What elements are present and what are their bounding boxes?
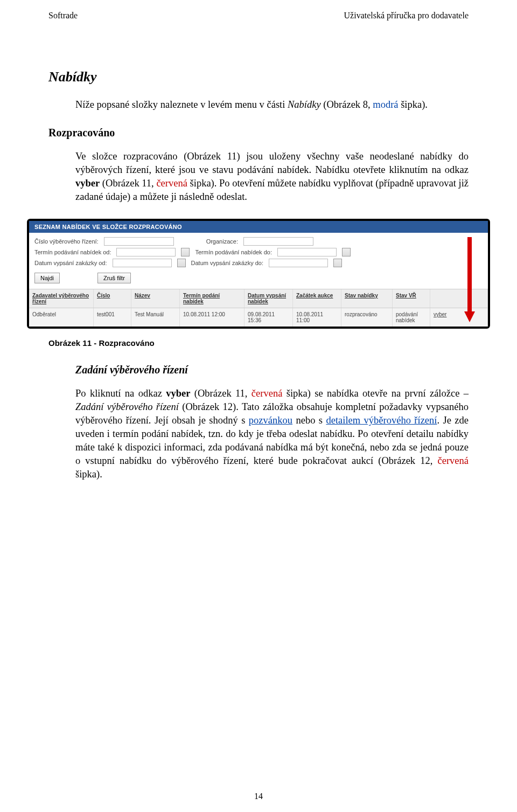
th-termin[interactable]: Termín podání nabídek <box>180 289 244 308</box>
z-link2[interactable]: detailem výběrového řízení <box>326 415 437 426</box>
input-datum-od[interactable] <box>113 259 172 267</box>
intro-paragraph: Níže popsané složky naleznete v levém me… <box>75 98 469 112</box>
cell-stav-vr: podávání nabídek <box>393 308 430 327</box>
screenshot-rozpracovano: SEZNAM NABÍDEK VE SLOŽCE ROZPRACOVÁNO Čí… <box>27 219 490 329</box>
subheading-rozpracovano: Rozpracováno <box>48 127 469 139</box>
cell-vyber-link[interactable]: vyber <box>430 308 488 327</box>
calendar-icon[interactable] <box>177 259 186 267</box>
page-number: 14 <box>0 792 517 801</box>
cell-stav-nabidky: rozpracováno <box>341 308 393 327</box>
screenshot-filters: Číslo výběrového řízení: Organizace: Ter… <box>29 233 488 289</box>
th-datum[interactable]: Datum vypsání nabídek <box>244 289 293 308</box>
intro-pre: Níže popsané složky naleznete v levém me… <box>75 99 288 110</box>
z-em1: Zadání výběrového řízení <box>75 401 179 412</box>
subheading-zadani: Zadání výběrového řízení <box>75 364 469 376</box>
label-datum-od: Datum vypsání zakázky od: <box>34 260 107 266</box>
cell-nazev: Test Manuál <box>131 308 180 327</box>
z-s2: (Obrázek 11, <box>190 388 251 399</box>
label-organizace: Organizace: <box>206 238 238 245</box>
rozpracovano-paragraph: Ve složce rozpracováno (Obrázek 11) jsou… <box>75 150 469 204</box>
input-organizace[interactable] <box>243 237 313 246</box>
z-link1[interactable]: pozvánkou <box>249 415 292 426</box>
screenshot-table-header: Zadavatel výběrového řízení Číslo Název … <box>29 289 488 308</box>
zrus-filtr-button[interactable]: Zruš filtr <box>97 273 131 283</box>
calendar-icon[interactable] <box>333 259 342 267</box>
rp-p1: Ve složce rozpracováno (Obrázek 11) jsou… <box>75 151 469 175</box>
z-s3: šipka) se nabídka otevře na první záložc… <box>282 388 469 399</box>
figure-caption: Obrázek 11 - Rozpracováno <box>48 338 469 348</box>
rp-p2: (Obrázek 11, <box>100 178 156 189</box>
intro-blue: modrá <box>373 99 398 110</box>
cell-termin: 10.08.2011 12:00 <box>180 308 244 327</box>
th-stav-vr[interactable]: Stav VŘ <box>393 289 430 308</box>
screenshot-titlebar: SEZNAM NABÍDEK VE SLOŽCE ROZPRACOVÁNO <box>29 221 488 233</box>
label-termin-od: Termín podávání nabídek od: <box>34 249 111 255</box>
cell-datum: 09.08.2011 15:36 <box>244 308 293 327</box>
rp-red: červená <box>156 178 187 189</box>
header-left: Softrade <box>48 11 78 20</box>
z-b1: vyber <box>166 388 190 399</box>
red-arrow-icon <box>462 237 477 323</box>
section-title-nabidky: Nabídky <box>48 69 469 85</box>
intro-mid: (Obrázek 8, <box>321 99 373 110</box>
calendar-icon[interactable] <box>181 248 190 256</box>
cell-cislo: test001 <box>94 308 131 327</box>
th-zacatek[interactable]: Začátek aukce <box>293 289 341 308</box>
z-s1: Po kliknutí na odkaz <box>75 388 166 399</box>
z-s7: šipka). <box>75 469 102 480</box>
najdi-button[interactable]: Najdi <box>34 273 60 283</box>
cell-zacatek: 10.08.2011 11:00 <box>293 308 341 327</box>
cell-zadavatel: Odběratel <box>29 308 94 327</box>
intro-post: šipka). <box>399 99 428 110</box>
th-stav-nabidky[interactable]: Stav nabídky <box>341 289 393 308</box>
calendar-icon[interactable] <box>342 248 351 256</box>
input-termin-do[interactable] <box>277 248 337 256</box>
input-cislo[interactable] <box>104 237 174 246</box>
page-header: Softrade Uživatelská příručka pro dodava… <box>48 11 469 20</box>
input-termin-od[interactable] <box>116 248 176 256</box>
label-termin-do: Termín podávání nabídek do: <box>195 249 271 255</box>
intro-em: Nabídky <box>288 99 321 110</box>
zadani-paragraph: Po kliknutí na odkaz vyber (Obrázek 11, … <box>75 387 469 481</box>
label-datum-do: Datum vypsání zakázky do: <box>191 260 264 266</box>
label-cislo: Číslo výběrového řízení: <box>34 238 99 245</box>
th-nazev[interactable]: Název <box>131 289 180 308</box>
th-zadavatel[interactable]: Zadavatel výběrového řízení <box>29 289 94 308</box>
svg-marker-1 <box>464 311 475 322</box>
table-row: Odběratel test001 Test Manuál 10.08.2011… <box>29 308 488 327</box>
z-red1: červená <box>251 388 283 399</box>
z-s5: nebo s <box>292 415 326 426</box>
rp-b1: vyber <box>75 178 100 189</box>
th-cislo[interactable]: Číslo <box>94 289 131 308</box>
th-action <box>430 289 488 308</box>
input-datum-do[interactable] <box>269 259 328 267</box>
header-right: Uživatelská příručka pro dodavatele <box>344 11 469 20</box>
z-red2: červená <box>437 455 469 466</box>
